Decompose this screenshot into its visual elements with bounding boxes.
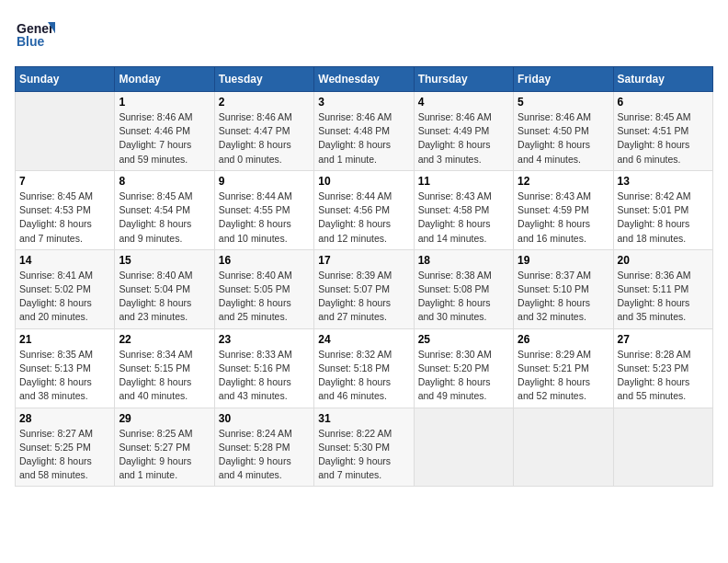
calendar-cell: 24Sunrise: 8:32 AM Sunset: 5:18 PM Dayli… — [314, 328, 414, 408]
calendar-cell: 31Sunrise: 8:22 AM Sunset: 5:30 PM Dayli… — [314, 408, 414, 487]
day-number: 14 — [19, 254, 110, 267]
day-info: Sunrise: 8:32 AM Sunset: 5:18 PM Dayligh… — [318, 348, 409, 404]
day-info: Sunrise: 8:41 AM Sunset: 5:02 PM Dayligh… — [19, 269, 110, 325]
calendar-cell: 23Sunrise: 8:33 AM Sunset: 5:16 PM Dayli… — [214, 328, 313, 408]
day-info: Sunrise: 8:35 AM Sunset: 5:13 PM Dayligh… — [19, 348, 110, 404]
calendar-cell: 1Sunrise: 8:46 AM Sunset: 4:46 PM Daylig… — [115, 92, 214, 171]
day-info: Sunrise: 8:43 AM Sunset: 4:58 PM Dayligh… — [418, 190, 509, 246]
calendar-cell: 3Sunrise: 8:46 AM Sunset: 4:48 PM Daylig… — [314, 92, 414, 171]
day-number: 10 — [318, 175, 409, 188]
header-day: Friday — [514, 67, 613, 92]
header-day: Monday — [115, 67, 214, 92]
day-number: 22 — [119, 333, 210, 346]
calendar-header: SundayMondayTuesdayWednesdayThursdayFrid… — [16, 67, 713, 92]
day-number: 26 — [518, 333, 609, 346]
day-info: Sunrise: 8:38 AM Sunset: 5:08 PM Dayligh… — [418, 269, 509, 325]
logo: General Blue — [15, 15, 55, 55]
calendar-cell: 8Sunrise: 8:45 AM Sunset: 4:54 PM Daylig… — [115, 170, 214, 249]
day-number: 20 — [618, 254, 709, 267]
day-info: Sunrise: 8:43 AM Sunset: 4:59 PM Dayligh… — [518, 190, 609, 246]
header-day: Saturday — [613, 67, 712, 92]
calendar-week-row: 21Sunrise: 8:35 AM Sunset: 5:13 PM Dayli… — [16, 328, 713, 408]
day-number: 3 — [318, 96, 409, 109]
day-info: Sunrise: 8:44 AM Sunset: 4:56 PM Dayligh… — [318, 190, 409, 246]
day-number: 19 — [518, 254, 609, 267]
calendar-cell: 10Sunrise: 8:44 AM Sunset: 4:56 PM Dayli… — [314, 170, 414, 249]
day-info: Sunrise: 8:46 AM Sunset: 4:50 PM Dayligh… — [518, 110, 609, 167]
calendar-cell: 28Sunrise: 8:27 AM Sunset: 5:25 PM Dayli… — [16, 408, 115, 487]
day-info: Sunrise: 8:45 AM Sunset: 4:53 PM Dayligh… — [19, 190, 110, 246]
day-number: 5 — [518, 96, 609, 109]
calendar-cell — [514, 408, 613, 487]
day-info: Sunrise: 8:45 AM Sunset: 4:54 PM Dayligh… — [119, 190, 210, 246]
logo-icon: General Blue — [15, 15, 55, 55]
day-number: 8 — [119, 175, 210, 188]
calendar-cell: 22Sunrise: 8:34 AM Sunset: 5:15 PM Dayli… — [115, 328, 214, 408]
day-info: Sunrise: 8:46 AM Sunset: 4:47 PM Dayligh… — [219, 110, 310, 167]
day-info: Sunrise: 8:28 AM Sunset: 5:23 PM Dayligh… — [618, 348, 709, 404]
day-number: 9 — [219, 175, 310, 188]
calendar-week-row: 28Sunrise: 8:27 AM Sunset: 5:25 PM Dayli… — [16, 408, 713, 487]
header-day: Tuesday — [214, 67, 313, 92]
day-number: 29 — [119, 412, 210, 425]
calendar-cell: 11Sunrise: 8:43 AM Sunset: 4:58 PM Dayli… — [414, 170, 513, 249]
svg-text:Blue: Blue — [17, 34, 45, 49]
day-info: Sunrise: 8:37 AM Sunset: 5:10 PM Dayligh… — [518, 269, 609, 325]
calendar-week-row: 1Sunrise: 8:46 AM Sunset: 4:46 PM Daylig… — [16, 92, 713, 171]
calendar-cell — [414, 408, 513, 487]
day-number: 11 — [418, 175, 509, 188]
day-number: 13 — [618, 175, 709, 188]
calendar-cell: 30Sunrise: 8:24 AM Sunset: 5:28 PM Dayli… — [214, 408, 313, 487]
day-info: Sunrise: 8:46 AM Sunset: 4:48 PM Dayligh… — [318, 110, 409, 167]
calendar-cell — [613, 408, 712, 487]
day-info: Sunrise: 8:46 AM Sunset: 4:49 PM Dayligh… — [418, 110, 509, 167]
calendar-cell: 15Sunrise: 8:40 AM Sunset: 5:04 PM Dayli… — [115, 249, 214, 328]
calendar-cell: 20Sunrise: 8:36 AM Sunset: 5:11 PM Dayli… — [613, 249, 712, 328]
calendar-cell: 17Sunrise: 8:39 AM Sunset: 5:07 PM Dayli… — [314, 249, 414, 328]
page-header: General Blue — [15, 15, 713, 55]
calendar-cell: 18Sunrise: 8:38 AM Sunset: 5:08 PM Dayli… — [414, 249, 513, 328]
calendar-cell — [16, 92, 115, 171]
day-number: 24 — [318, 333, 409, 346]
day-number: 7 — [19, 175, 110, 188]
day-number: 2 — [219, 96, 310, 109]
day-info: Sunrise: 8:36 AM Sunset: 5:11 PM Dayligh… — [618, 269, 709, 325]
day-info: Sunrise: 8:40 AM Sunset: 5:04 PM Dayligh… — [119, 269, 210, 325]
calendar-cell: 4Sunrise: 8:46 AM Sunset: 4:49 PM Daylig… — [414, 92, 513, 171]
calendar-cell: 7Sunrise: 8:45 AM Sunset: 4:53 PM Daylig… — [16, 170, 115, 249]
calendar-cell: 13Sunrise: 8:42 AM Sunset: 5:01 PM Dayli… — [613, 170, 712, 249]
day-info: Sunrise: 8:27 AM Sunset: 5:25 PM Dayligh… — [19, 427, 110, 483]
day-info: Sunrise: 8:25 AM Sunset: 5:27 PM Dayligh… — [119, 427, 210, 483]
day-info: Sunrise: 8:44 AM Sunset: 4:55 PM Dayligh… — [219, 190, 310, 246]
calendar-cell: 12Sunrise: 8:43 AM Sunset: 4:59 PM Dayli… — [514, 170, 613, 249]
calendar-cell: 21Sunrise: 8:35 AM Sunset: 5:13 PM Dayli… — [16, 328, 115, 408]
calendar-cell: 2Sunrise: 8:46 AM Sunset: 4:47 PM Daylig… — [214, 92, 313, 171]
calendar-body: 1Sunrise: 8:46 AM Sunset: 4:46 PM Daylig… — [16, 92, 713, 487]
calendar-cell: 26Sunrise: 8:29 AM Sunset: 5:21 PM Dayli… — [514, 328, 613, 408]
day-number: 25 — [418, 333, 509, 346]
day-info: Sunrise: 8:33 AM Sunset: 5:16 PM Dayligh… — [219, 348, 310, 404]
day-number: 28 — [19, 412, 110, 425]
calendar-cell: 5Sunrise: 8:46 AM Sunset: 4:50 PM Daylig… — [514, 92, 613, 171]
day-number: 18 — [418, 254, 509, 267]
day-info: Sunrise: 8:29 AM Sunset: 5:21 PM Dayligh… — [518, 348, 609, 404]
day-number: 27 — [618, 333, 709, 346]
calendar-cell: 25Sunrise: 8:30 AM Sunset: 5:20 PM Dayli… — [414, 328, 513, 408]
calendar-cell: 14Sunrise: 8:41 AM Sunset: 5:02 PM Dayli… — [16, 249, 115, 328]
day-info: Sunrise: 8:45 AM Sunset: 4:51 PM Dayligh… — [618, 110, 709, 167]
day-info: Sunrise: 8:22 AM Sunset: 5:30 PM Dayligh… — [318, 427, 409, 483]
day-number: 30 — [219, 412, 310, 425]
calendar-week-row: 14Sunrise: 8:41 AM Sunset: 5:02 PM Dayli… — [16, 249, 713, 328]
calendar-cell: 19Sunrise: 8:37 AM Sunset: 5:10 PM Dayli… — [514, 249, 613, 328]
day-info: Sunrise: 8:34 AM Sunset: 5:15 PM Dayligh… — [119, 348, 210, 404]
calendar-cell: 16Sunrise: 8:40 AM Sunset: 5:05 PM Dayli… — [214, 249, 313, 328]
day-number: 4 — [418, 96, 509, 109]
day-number: 31 — [318, 412, 409, 425]
calendar-cell: 9Sunrise: 8:44 AM Sunset: 4:55 PM Daylig… — [214, 170, 313, 249]
day-info: Sunrise: 8:30 AM Sunset: 5:20 PM Dayligh… — [418, 348, 509, 404]
calendar-cell: 29Sunrise: 8:25 AM Sunset: 5:27 PM Dayli… — [115, 408, 214, 487]
day-number: 16 — [219, 254, 310, 267]
calendar-cell: 6Sunrise: 8:45 AM Sunset: 4:51 PM Daylig… — [613, 92, 712, 171]
day-number: 6 — [618, 96, 709, 109]
calendar-table: SundayMondayTuesdayWednesdayThursdayFrid… — [15, 66, 713, 487]
